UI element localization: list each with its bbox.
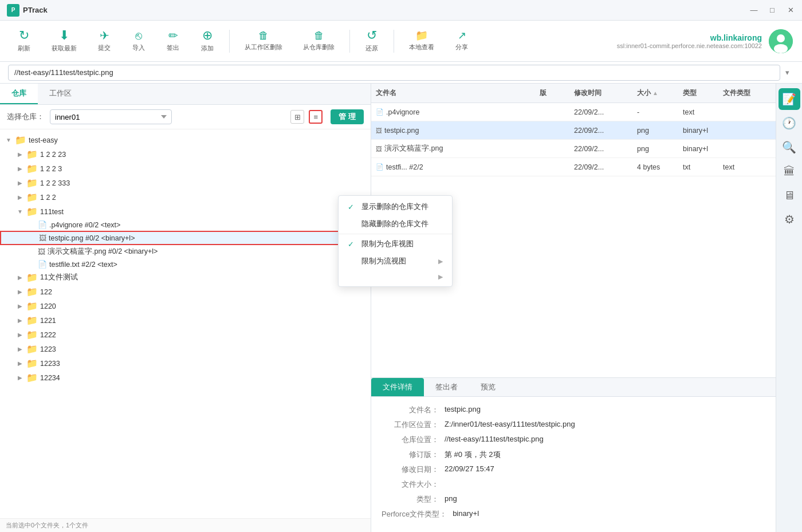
col-header-type[interactable]: 类型 [678,88,718,98]
toolbar-remove-depot[interactable]: 🗑 从仓库删除 [295,27,343,55]
sidebar-icon-settings[interactable]: ⚙ [779,208,800,230]
tree-item-f122[interactable]: ▶ 📁 122 [0,285,371,299]
sidebar-icon-search[interactable]: 🔍 [779,136,800,158]
cell-filetype-4: text [718,163,776,171]
checkout-icon: ✏ [168,30,178,41]
toolbar-refresh[interactable]: ↻ 刷新 [9,26,39,56]
user-avatar[interactable] [769,29,793,53]
tree-item-f1222[interactable]: ▶ 📁 1222 [0,328,371,342]
tree-item-f1223[interactable]: ▶ 📁 1223 [0,342,371,356]
tree-label-f122: 122 [40,288,52,296]
toolbar-share[interactable]: ↗ 分享 [447,27,477,55]
close-button[interactable]: ✕ [786,6,795,15]
tab-depot[interactable]: 仓库 [0,84,38,104]
view-toggle-grid[interactable]: ⊞ [290,110,304,124]
tree-chevron-122[interactable]: ▶ [16,194,24,200]
tree-label-1223: 1 2 2 3 [40,165,62,173]
menu-only-workspace[interactable]: ✓ 限制为仓库视图 [339,235,452,253]
toolbar-import[interactable]: ⎋ 导入 [124,26,154,56]
sidebar-icon-edit[interactable]: 📝 [779,88,800,110]
tree-item-12223[interactable]: ▶ 📁 1 2 2 23 [0,147,371,161]
tree-chevron-1223[interactable]: ▶ [16,165,24,172]
sidebar-icon-monitor[interactable]: 🖥 [779,184,800,206]
tree-chevron-f1223[interactable]: ▶ [16,346,24,352]
toolbar-remove-workspace[interactable]: 🗑 从工作区删除 [237,27,290,55]
tree-item-test-easy[interactable]: ▼ 📁 test-easy [0,133,371,147]
tree-chevron-11test[interactable]: ▶ [16,274,24,281]
add-icon: ⊕ [202,29,213,42]
sidebar-icon-depot[interactable]: 🏛 [779,160,800,182]
tree-chevron-f12234[interactable]: ▶ [16,375,24,381]
tree-item-f1220[interactable]: ▶ 📁 1220 [0,299,371,313]
tree-label-122333: 1 2 2 333 [40,179,70,187]
refresh-label: 刷新 [18,44,30,53]
menu-limit-depot[interactable]: 限制为流视图 ▶ [339,253,452,270]
detail-tab-preview[interactable]: 预览 [469,378,507,396]
file-icon-yanshi: 🖼 [38,247,45,256]
tree-item-111test[interactable]: ▼ 📁 111test [0,204,371,219]
depot-select[interactable]: inner01 [50,109,172,124]
tree-label-testfile: testfile.txt #2/2 <text> [49,261,117,269]
tree-chevron-f1221[interactable]: ▶ [16,317,24,324]
dropdown-menu: ✓ 显示删除的仓库文件 隐藏删除的仓库文件 ✓ 限制为仓库视图 限制为流视图 ▶… [338,195,453,287]
tree-label-11test: 11文件测试 [40,273,78,282]
limit-depot-label: 限制为流视图 [361,256,406,266]
file-row-testfile[interactable]: 📄 testfi... #2/2 22/09/2... 4 bytes txt … [371,158,776,176]
local-view-label: 本地查看 [409,43,434,52]
hide-deleted-label: 隐藏删除的仓库文件 [361,219,428,229]
toolbar-local-view[interactable]: 📁 本地查看 [401,27,442,55]
toolbar-fetch[interactable]: ⬇ 获取最新 [44,26,85,56]
file-row-testpic[interactable]: 🖼 testpic.png 22/09/2... png binary+l [371,121,776,140]
tree-item-testfile[interactable]: 📄 testfile.txt #2/2 <text> [0,258,371,270]
col-header-modified[interactable]: 修改时间 [569,88,632,98]
tree-item-f12234[interactable]: ▶ 📁 12234 [0,371,371,385]
tree-item-yanshi[interactable]: 🖼 演示文稿蓝字.png #0/2 <binary+l> [0,245,371,258]
tree-chevron-f1222[interactable]: ▶ [16,332,24,338]
tree-item-f12233[interactable]: ▶ 📁 12233 [0,356,371,371]
minimize-button[interactable]: — [749,6,758,15]
tree-chevron-test-easy[interactable]: ▼ [5,137,13,143]
tree-item-11test[interactable]: ▶ 📁 11文件测试 [0,270,371,285]
tree-item-testpic[interactable]: 🖼 testpic.png #0/2 <binary+l> [0,231,371,245]
menu-hide-deleted[interactable]: 隐藏删除的仓库文件 [339,215,452,232]
tree-item-1223[interactable]: ▶ 📁 1 2 2 3 [0,161,371,176]
manage-button[interactable]: 管 理 [331,109,364,124]
tree-item-f1221[interactable]: ▶ 📁 1221 [0,313,371,328]
detail-tab-checkout[interactable]: 签出者 [424,378,469,396]
tree-chevron-f122[interactable]: ▶ [16,289,24,295]
toolbar-add[interactable]: ⊕ 添加 [192,26,222,56]
tab-workspace[interactable]: 工作区 [38,84,83,104]
tree-item-122[interactable]: ▶ 📁 1 2 2 [0,190,371,204]
col-header-size[interactable]: 大小 ▲ [632,88,678,98]
path-dropdown-icon[interactable]: ▾ [780,65,794,81]
path-input[interactable] [8,65,780,81]
menu-limit-stream[interactable]: ▶ [339,270,452,284]
tree-chevron-f1220[interactable]: ▶ [16,303,24,309]
maximize-button[interactable]: □ [768,6,777,15]
detail-tab-file[interactable]: 文件详情 [371,378,424,396]
col-header-rev[interactable]: 版 [535,88,569,98]
tree-chevron-12223[interactable]: ▶ [16,151,24,157]
file-row-yanshi[interactable]: 🖼 演示文稿蓝字.png 22/09/2... png binary+l [371,140,776,158]
tree-item-p4vignore[interactable]: 📄 .p4vignore #0/2 <text> [0,219,371,231]
add-label: 添加 [201,44,214,53]
file-details-section: 文件详情 签出者 预览 文件名： testpic.png 工作区位置： Z:/i… [371,377,776,532]
tree-chevron-f12233[interactable]: ▶ [16,360,24,367]
tree-chevron-122333[interactable]: ▶ [16,180,24,186]
tree-chevron-111test[interactable]: ▼ [16,208,24,215]
checkout-label: 签出 [167,44,179,52]
toolbar-sep-2 [349,30,350,53]
sidebar-icon-history[interactable]: 🕐 [779,112,800,134]
menu-show-deleted[interactable]: ✓ 显示删除的仓库文件 [339,198,452,215]
toolbar-submit[interactable]: ✈ 提交 [89,26,119,56]
filename-1: .p4vignore [386,108,419,116]
toolbar-checkout[interactable]: ✏ 签出 [158,26,188,56]
path-bar: ▾ [0,62,802,84]
user-name: wb.linkairong [617,33,762,42]
col-header-filetype[interactable]: 文件类型 [718,88,776,98]
file-row-p4vignore[interactable]: 📄 .p4vignore 22/09/2... - text [371,103,776,121]
toolbar-revert[interactable]: ↺ 还原 [357,26,387,56]
detail-row-depot: 仓库位置： //test-easy/111test/testpic.png [382,435,765,445]
view-toggle-list[interactable]: ≡ [309,110,323,124]
tree-item-122333[interactable]: ▶ 📁 1 2 2 333 [0,176,371,190]
